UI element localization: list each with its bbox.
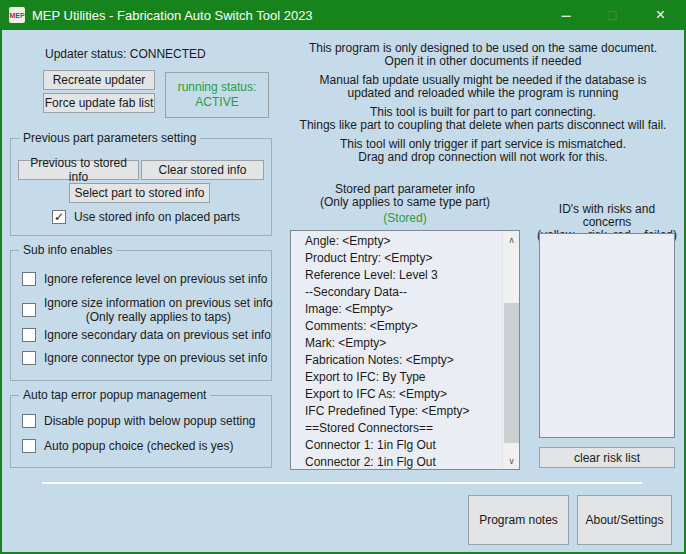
checkbox-label: Ignore connector type on previous set in… — [44, 351, 267, 365]
checkbox-unchecked-icon[interactable] — [22, 439, 36, 453]
title-bar: MEP MEP Utilities - Fabrication Auto Swi… — [0, 0, 686, 30]
list-item[interactable]: Connector 2: 1in Flg Out — [305, 454, 519, 470]
disable-popup-checkbox[interactable]: Disable popup with below popup setting — [22, 414, 255, 428]
notice-paragraph: This tool will only trigger if part serv… — [287, 138, 679, 164]
checkbox-unchecked-icon[interactable] — [22, 414, 36, 428]
notice-paragraph: Manual fab update usually might be neede… — [287, 74, 679, 100]
checkbox-label: Ignore reference level on previous set i… — [44, 272, 267, 286]
running-status-line1: running status: — [166, 80, 268, 95]
ignore-size-information-checkbox[interactable]: Ignore size information on previous set … — [22, 296, 273, 324]
checkbox-label: Ignore secondary data on previous set in… — [44, 328, 271, 342]
notice-paragraph: This tool is built for part to part conn… — [287, 106, 679, 132]
use-stored-info-checkbox[interactable]: ✓ Use stored info on placed parts — [52, 210, 240, 224]
checkbox-label: Disable popup with below popup setting — [44, 414, 255, 428]
window-controls: ─ □ × — [543, 0, 686, 30]
list-item[interactable]: Fabrication Notes: <Empty> — [305, 352, 519, 369]
stored-parameter-listbox[interactable]: Angle: <Empty> Product Entry: <Empty> Re… — [290, 230, 520, 470]
clear-stored-info-button[interactable]: Clear stored info — [141, 160, 264, 180]
stored-tag-label: (Stored) — [290, 211, 520, 225]
checkbox-label: Ignore size information on previous set … — [44, 296, 273, 324]
select-part-to-stored-info-button[interactable]: Select part to stored info — [69, 183, 210, 203]
list-item[interactable]: Angle: <Empty> — [305, 233, 519, 250]
about-settings-button[interactable]: About/Settings — [577, 495, 672, 545]
app-icon-letter: P — [20, 12, 25, 19]
group-title: Auto tap error popup management — [19, 388, 210, 402]
program-notes-button[interactable]: Program notes — [468, 495, 569, 545]
checkbox-label: Auto popup choice (checked is yes) — [44, 439, 233, 453]
previous-to-stored-info-button[interactable]: Previous to stored info — [18, 160, 139, 180]
clear-risk-list-button[interactable]: clear risk list — [539, 447, 675, 468]
scrollbar-thumb[interactable] — [504, 303, 519, 443]
checkbox-unchecked-icon[interactable] — [22, 272, 36, 286]
force-update-fab-list-button[interactable]: Force update fab list — [43, 93, 155, 113]
running-status-panel: running status: ACTIVE — [165, 72, 269, 118]
checkbox-checked-icon[interactable]: ✓ — [52, 210, 66, 224]
list-item[interactable]: Export to IFC As: <Empty> — [305, 386, 519, 403]
risk-ids-listbox[interactable] — [539, 233, 675, 438]
list-item[interactable]: Export to IFC: By Type — [305, 369, 519, 386]
list-item[interactable]: Image: <Empty> — [305, 301, 519, 318]
stored-parameter-items: Angle: <Empty> Product Entry: <Empty> Re… — [291, 231, 519, 470]
checkbox-label: Use stored info on placed parts — [74, 210, 240, 224]
group-title: Sub info enables — [19, 243, 116, 257]
checkbox-unchecked-icon[interactable] — [22, 351, 36, 365]
updater-status-label: Updater status: CONNECTED — [45, 47, 206, 61]
ignore-connector-type-checkbox[interactable]: Ignore connector type on previous set in… — [22, 351, 267, 365]
notice-paragraph: This program is only designed to be used… — [287, 42, 679, 68]
list-item[interactable]: --Secondary Data-- — [305, 284, 519, 301]
checkbox-unchecked-icon[interactable] — [22, 303, 36, 317]
ignore-reference-level-checkbox[interactable]: Ignore reference level on previous set i… — [22, 272, 267, 286]
auto-popup-choice-checkbox[interactable]: Auto popup choice (checked is yes) — [22, 439, 233, 453]
minimize-icon[interactable]: ─ — [543, 0, 589, 30]
scroll-down-icon[interactable]: ∨ — [503, 452, 520, 469]
running-status-line2: ACTIVE — [166, 95, 268, 110]
recreate-updater-button[interactable]: Recreate updater — [43, 70, 155, 90]
auto-tap-error-popup-group: Auto tap error popup management — [10, 395, 272, 468]
usage-notices: This program is only designed to be used… — [287, 42, 679, 170]
list-item[interactable]: IFC Predefined Type: <Empty> — [305, 403, 519, 420]
footer-divider — [42, 482, 642, 484]
vertical-scrollbar[interactable]: ∧ ∨ — [502, 231, 519, 469]
app-window: MEP MEP Utilities - Fabrication Auto Swi… — [0, 0, 686, 554]
list-item[interactable]: Mark: <Empty> — [305, 335, 519, 352]
list-item[interactable]: ==Stored Connectors== — [305, 420, 519, 437]
window-title: MEP Utilities - Fabrication Auto Switch … — [32, 8, 313, 23]
list-item[interactable]: Comments: <Empty> — [305, 318, 519, 335]
list-item[interactable]: Product Entry: <Empty> — [305, 250, 519, 267]
checkbox-unchecked-icon[interactable] — [22, 328, 36, 342]
app-icon: MEP — [9, 7, 25, 23]
group-title: Previous part parameters setting — [19, 131, 200, 145]
list-item[interactable]: Reference Level: Level 3 — [305, 267, 519, 284]
close-icon[interactable]: × — [635, 0, 686, 30]
list-item[interactable]: Connector 1: 1in Flg Out — [305, 437, 519, 454]
maximize-icon: □ — [589, 0, 635, 30]
stored-part-info-label: Stored part parameter info (Only applies… — [290, 183, 520, 209]
ignore-secondary-data-checkbox[interactable]: Ignore secondary data on previous set in… — [22, 328, 271, 342]
scroll-up-icon[interactable]: ∧ — [503, 231, 520, 248]
